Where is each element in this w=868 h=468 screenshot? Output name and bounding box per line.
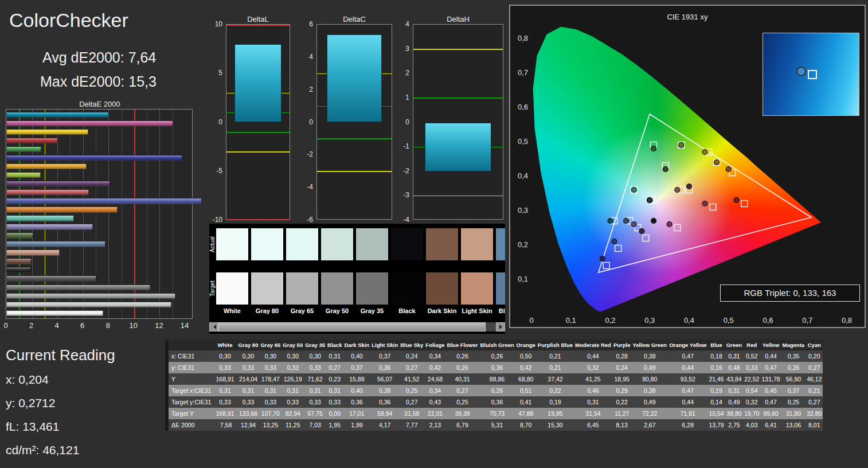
table-cell: 0,42 xyxy=(424,362,445,373)
table-cell: 0,19 xyxy=(707,385,725,396)
target-swatch-light-skin[interactable] xyxy=(461,272,493,305)
de-bar-cyan xyxy=(6,112,109,118)
y-tick-label: 10 xyxy=(205,20,222,28)
y-tick-label: -5 xyxy=(205,167,222,175)
target-swatch-gray-50[interactable] xyxy=(321,272,353,305)
col-header: Magenta xyxy=(781,340,806,350)
de-bar-gray-50 xyxy=(6,284,150,291)
table-cell: 0,24 xyxy=(399,350,424,362)
actual-swatch-light-skin[interactable] xyxy=(461,228,493,260)
col-header: Blue Sky xyxy=(399,340,424,350)
red-limit-line xyxy=(226,25,290,26)
table-cell: 0,30 xyxy=(259,350,281,362)
actual-swatch-blue-sky[interactable] xyxy=(496,228,505,260)
table-cell: 0,33 xyxy=(214,396,237,408)
swatch-label: Gray 50 xyxy=(321,307,353,314)
page-title: ColorChecker xyxy=(9,9,128,32)
table-cell: 0,31 xyxy=(574,396,612,408)
table-row: ΔE 20007,5812,9413,2511,257,031,951,994,… xyxy=(167,419,823,431)
table-cell: 21,45 xyxy=(707,373,725,385)
table-cell: 0,42 xyxy=(515,362,537,373)
table-cell: 0,28 xyxy=(612,350,632,362)
y-axis-tick-label: 0,8 xyxy=(518,34,528,42)
actual-swatch-black[interactable] xyxy=(391,228,423,260)
cie-title: CIE 1931 xy xyxy=(510,13,865,21)
table-header-row: WhiteGray 80Gray 65Gray 50Gray 35BlackDa… xyxy=(167,340,823,350)
table-cell: 0,37 xyxy=(343,362,370,373)
table-cell: 178,47 xyxy=(259,373,281,385)
table-cell: 0,49 xyxy=(631,362,668,373)
table-cell: 15,88 xyxy=(343,373,370,385)
target-swatch-gray-35[interactable] xyxy=(356,272,388,305)
col-header: Gray 35 xyxy=(304,340,326,350)
table-cell: 133,66 xyxy=(237,408,260,419)
col-header: Orange Yellow xyxy=(668,340,707,350)
table-cell: 0,33 xyxy=(237,362,260,373)
y-tick-label: -2 xyxy=(296,150,313,158)
x-tick-label: 14 xyxy=(181,321,189,330)
table-cell: 56,90 xyxy=(781,373,806,385)
table-cell: 0,33 xyxy=(743,362,760,373)
de-bar-yellow xyxy=(6,129,88,135)
table-cell: 0,22 xyxy=(612,396,632,408)
target-swatch-black[interactable] xyxy=(391,272,423,305)
actual-swatch-dark-skin[interactable] xyxy=(426,228,458,260)
de-bar-blue-sky xyxy=(6,241,105,247)
delta-bar xyxy=(234,44,281,122)
de-bar-bluish-green xyxy=(6,215,74,221)
table-cell: 15,30 xyxy=(537,419,574,431)
yellow-limit-line xyxy=(413,196,503,197)
y-axis-tick-label: 0,1 xyxy=(518,275,528,283)
table-cell: 0,27 xyxy=(806,362,823,373)
table-cell: 93,52 xyxy=(668,373,707,385)
rgb-triplet-box: RGB Triplet: 0, 133, 163 xyxy=(720,284,860,302)
col-header: Blue Flower xyxy=(446,340,479,350)
target-swatch-gray-65[interactable] xyxy=(286,272,318,305)
table-cell: 7,58 xyxy=(214,419,237,431)
col-header: Bluish Green xyxy=(479,340,515,350)
scrollbar-thumb[interactable] xyxy=(218,322,486,332)
horizontal-scrollbar[interactable] xyxy=(209,322,505,332)
green-limit-line xyxy=(226,132,290,133)
actual-swatch-gray-50[interactable] xyxy=(321,228,353,260)
table-cell: 12,94 xyxy=(237,419,260,431)
table-cell: 0,26 xyxy=(479,350,515,362)
table-cell: 22,52 xyxy=(743,373,760,385)
actual-swatch-gray-35[interactable] xyxy=(356,228,388,260)
table-cell: 11,27 xyxy=(612,408,632,419)
table-cell: 0,21 xyxy=(806,385,823,396)
table-cell: 0,54 xyxy=(743,385,760,396)
table-cell: 0,27 xyxy=(399,396,424,408)
col-header: Light Skin xyxy=(370,340,399,350)
table-cell: 0,26 xyxy=(446,362,479,373)
scroll-left-button[interactable] xyxy=(209,322,218,332)
de-bar-orange xyxy=(6,206,118,213)
swatch-label: Blue Sky xyxy=(496,307,505,314)
table-cell: 0,47 xyxy=(668,350,707,362)
scroll-right-button[interactable] xyxy=(496,322,505,332)
target-swatch-blue-sky[interactable] xyxy=(496,272,505,305)
y-tick-label: -2 xyxy=(392,167,409,175)
col-header: Purplish Blue xyxy=(537,340,574,350)
row-label: Target Y xyxy=(167,408,214,419)
table-cell: 0,32 xyxy=(743,396,760,408)
y-axis-tick-label: 0,2 xyxy=(518,240,528,249)
table-cell: 0,25 xyxy=(446,396,479,408)
actual-swatch-white[interactable] xyxy=(216,228,248,260)
col-header: White xyxy=(214,340,237,350)
table-cell: 18,95 xyxy=(612,373,632,385)
actual-swatch-gray-65[interactable] xyxy=(286,228,318,260)
target-swatch-dark-skin[interactable] xyxy=(426,272,458,305)
table-cell: 13,25 xyxy=(259,419,281,431)
de-bar-foliage xyxy=(6,232,33,239)
table-cell: 2,75 xyxy=(725,419,743,431)
table-cell: 88,86 xyxy=(479,373,515,385)
actual-swatch-gray-80[interactable] xyxy=(251,228,283,260)
de-bar-gray-80 xyxy=(6,302,171,308)
target-swatch-white[interactable] xyxy=(216,272,248,305)
target-swatch-gray-80[interactable] xyxy=(251,272,283,305)
table-cell: 46,12 xyxy=(806,373,823,385)
table-cell: 0,33 xyxy=(259,362,281,373)
table-cell: 0,37 xyxy=(781,385,806,396)
table-cell: 0,31 xyxy=(326,385,343,396)
